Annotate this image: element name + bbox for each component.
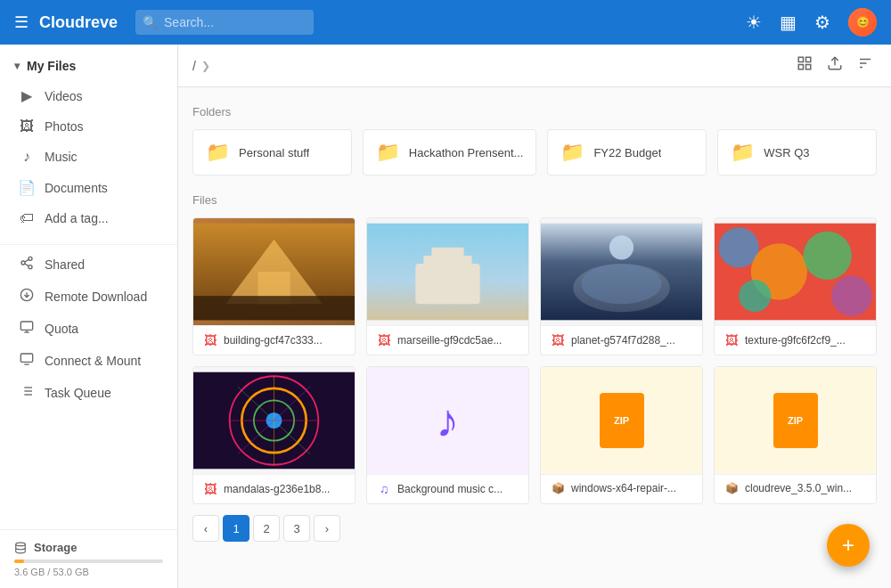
add-fab-button[interactable]: + <box>827 524 870 567</box>
search-input[interactable] <box>135 10 314 35</box>
menu-icon[interactable]: ☰ <box>14 12 29 32</box>
file-name: marseille-gf9cdc5ae... <box>397 334 519 347</box>
breadcrumb-arrow: ❯ <box>201 60 210 72</box>
pagination-page-1[interactable]: 1 <box>223 515 249 542</box>
svg-point-37 <box>581 264 662 304</box>
table-row[interactable]: 🖼 building-gcf47c333... <box>192 217 356 355</box>
image-icon: 🖼 <box>202 482 218 496</box>
svg-point-1 <box>21 261 25 265</box>
breadcrumb-root[interactable]: / <box>192 59 196 73</box>
folder-icon: 📁 <box>376 141 400 164</box>
settings-icon[interactable]: ⚙ <box>814 12 830 33</box>
app-header: ☰ Cloudreve 🔍 ☀ ▦ ⚙ 😊 <box>0 0 891 45</box>
videos-icon: ▶ <box>18 87 36 104</box>
storage-bar-fill <box>14 559 24 563</box>
folder-icon: 📁 <box>206 141 230 164</box>
file-info: 📦 windows-x64-repair-... <box>541 474 702 502</box>
svg-line-4 <box>25 259 29 262</box>
sidebar-my-files-section: ▾ My Files ▶ Videos 🖼 Photos ♪ Music 📄 D… <box>0 45 177 241</box>
sidebar-item-documents[interactable]: 📄 Documents <box>0 172 177 203</box>
file-thumbnail <box>193 218 355 325</box>
avatar[interactable]: 😊 <box>848 8 877 37</box>
main-layout: ▾ My Files ▶ Videos 🖼 Photos ♪ Music 📄 D… <box>0 45 891 588</box>
sidebar-item-task-queue[interactable]: Task Queue <box>0 377 177 409</box>
sidebar-divider <box>0 244 177 245</box>
toolbar: / ❯ <box>178 45 891 87</box>
pagination-next[interactable]: › <box>314 515 340 542</box>
image-icon: 🖼 <box>723 333 740 347</box>
upload-button[interactable] <box>823 52 846 79</box>
table-row[interactable]: 🖼 mandalas-g236e1b8... <box>192 366 356 504</box>
connect-icon <box>18 352 36 370</box>
table-row[interactable]: ZIP 📦 cloudreve_3.5.0_win... <box>714 366 877 504</box>
svg-rect-34 <box>431 248 463 260</box>
grid-icon[interactable]: ▦ <box>780 12 797 33</box>
sidebar-item-music[interactable]: ♪ Music <box>0 142 177 172</box>
pagination-page-2[interactable]: 2 <box>253 515 280 542</box>
sidebar-item-label: Documents <box>45 181 108 195</box>
table-row[interactable]: 🖼 planet-g574f7d288_... <box>540 217 703 355</box>
view-grid-button[interactable] <box>793 52 816 79</box>
chevron-down-icon: ▾ <box>14 60 20 72</box>
file-info: ♫ Background music c... <box>367 474 528 503</box>
file-name: texture-g9fc6f2cf9_... <box>745 334 867 347</box>
image-icon: 🖼 <box>376 333 392 347</box>
table-row[interactable]: ♪ ♫ Background music c... <box>366 366 529 504</box>
file-name: mandalas-g236e1b8... <box>224 483 346 495</box>
my-files-label: My Files <box>27 59 76 73</box>
sidebar-item-shared[interactable]: Shared <box>0 249 177 281</box>
file-info: 🖼 texture-g9fc6f2cf9_... <box>715 325 876 355</box>
sidebar-item-add-tag[interactable]: 🏷 Add a tag... <box>0 203 177 233</box>
list-item[interactable]: 📁 Personal stuff <box>192 129 352 176</box>
avatar-image: 😊 <box>848 8 877 37</box>
download-icon <box>18 288 36 306</box>
sidebar-item-label: Videos <box>45 89 83 103</box>
list-item[interactable]: 📁 WSR Q3 <box>717 129 877 176</box>
storage-section: Storage 3.6 GB / 53.0 GB <box>0 529 177 588</box>
table-row[interactable]: 🖼 texture-g9fc6f2cf9_... <box>714 217 877 355</box>
table-row[interactable]: 🖼 marseille-gf9cdc5ae... <box>366 217 529 355</box>
quota-icon <box>18 320 36 338</box>
file-info: 🖼 building-gcf47c333... <box>193 325 355 355</box>
file-info: 🖼 mandalas-g236e1b8... <box>193 474 355 503</box>
file-grid: 🖼 building-gcf47c333... <box>192 217 877 504</box>
sidebar-item-videos[interactable]: ▶ Videos <box>0 80 177 111</box>
svg-rect-20 <box>806 57 811 61</box>
file-thumbnail: ZIP <box>541 367 702 474</box>
file-thumbnail: ♪ <box>367 367 528 474</box>
pagination-prev[interactable]: ‹ <box>192 515 219 542</box>
folder-name: FY22 Budget <box>593 146 661 159</box>
file-info: 🖼 marseille-gf9cdc5ae... <box>367 325 528 355</box>
svg-point-2 <box>29 265 32 269</box>
svg-rect-7 <box>20 322 32 330</box>
my-files-header[interactable]: ▾ My Files <box>0 52 177 80</box>
pagination-page-3[interactable]: 3 <box>283 515 310 542</box>
file-name: building-gcf47c333... <box>224 334 346 347</box>
folder-name: Hackathon Prensent... <box>409 146 524 159</box>
folder-icon: 📁 <box>731 141 755 164</box>
theme-icon[interactable]: ☀ <box>746 12 762 33</box>
svg-point-38 <box>609 235 634 259</box>
zip-icon: 📦 <box>723 482 740 494</box>
sidebar-item-connect[interactable]: Connect & Mount <box>0 345 177 377</box>
music-note-icon: ♪ <box>437 394 460 447</box>
file-thumbnail <box>541 218 702 325</box>
image-icon: 🖼 <box>550 333 566 347</box>
sidebar-item-quota[interactable]: Quota <box>0 313 177 345</box>
list-item[interactable]: 📁 FY22 Budget <box>547 129 707 176</box>
svg-point-42 <box>804 232 852 280</box>
svg-point-43 <box>831 276 871 316</box>
sidebar-item-remote-download[interactable]: Remote Download <box>0 281 177 313</box>
sidebar-item-photos[interactable]: 🖼 Photos <box>0 111 177 142</box>
table-row[interactable]: ZIP 📦 windows-x64-repair-... <box>540 366 703 504</box>
file-name: Background music c... <box>397 483 519 495</box>
music-file-icon: ♫ <box>376 482 392 496</box>
tag-icon: 🏷 <box>18 210 36 226</box>
sidebar: ▾ My Files ▶ Videos 🖼 Photos ♪ Music 📄 D… <box>0 45 178 588</box>
zip-icon: 📦 <box>550 482 566 494</box>
photos-icon: 🖼 <box>18 118 36 135</box>
list-item[interactable]: 📁 Hackathon Prensent... <box>363 129 537 176</box>
folder-icon: 📁 <box>560 141 584 164</box>
task-queue-label: Task Queue <box>45 386 111 400</box>
sort-button[interactable] <box>854 52 877 79</box>
